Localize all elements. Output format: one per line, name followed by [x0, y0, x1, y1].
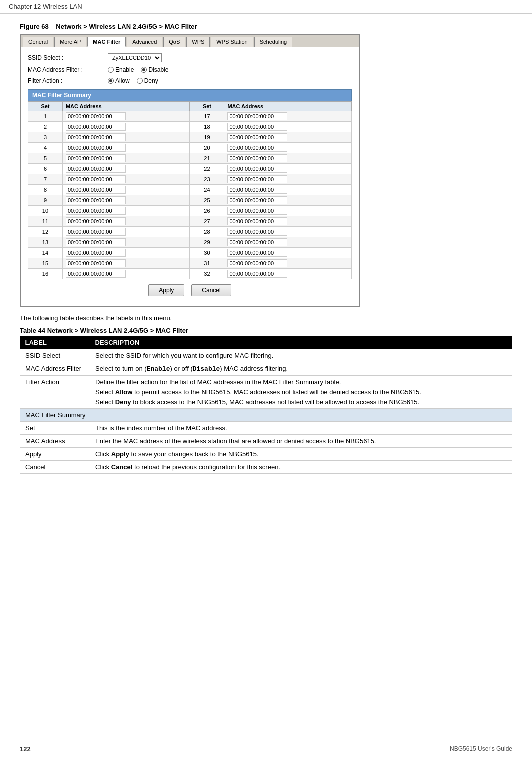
mac-input-left[interactable]	[66, 249, 126, 257]
mac-right[interactable]	[224, 143, 352, 154]
mac-input-right[interactable]	[227, 238, 287, 246]
mac-input-left[interactable]	[66, 134, 126, 142]
filter-allow-radio[interactable]	[108, 78, 114, 84]
mac-input-right[interactable]	[227, 207, 287, 215]
mac-table-row: 9 25	[28, 196, 352, 206]
tab-wps[interactable]: WPS	[186, 37, 210, 47]
apply-button[interactable]: Apply	[148, 284, 184, 296]
tab-wps-station[interactable]: WPS Station	[211, 37, 253, 47]
mac-right[interactable]	[224, 227, 352, 238]
mac-left[interactable]	[62, 154, 190, 164]
filter-allow-item[interactable]: Allow	[108, 78, 130, 84]
mac-left[interactable]	[62, 269, 190, 280]
mac-input-left[interactable]	[66, 186, 126, 194]
mac-right[interactable]	[224, 248, 352, 258]
mac-right[interactable]	[224, 185, 352, 196]
mac-input-right[interactable]	[227, 112, 287, 120]
mac-filter-enable-item[interactable]: Enable	[108, 66, 134, 74]
ui-screenshot-box: General More AP MAC Filter Advanced QoS …	[20, 34, 360, 308]
mac-right[interactable]	[224, 216, 352, 227]
mac-right[interactable]	[224, 154, 352, 164]
mac-input-left[interactable]	[66, 238, 126, 246]
mac-input-left[interactable]	[66, 176, 126, 184]
mac-left[interactable]	[62, 185, 190, 196]
mac-left[interactable]	[62, 143, 190, 154]
mac-input-left[interactable]	[66, 154, 126, 162]
mac-input-right[interactable]	[227, 176, 287, 184]
page-number: 122	[20, 746, 31, 753]
mac-input-right[interactable]	[227, 154, 287, 162]
mac-right[interactable]	[224, 269, 352, 280]
mac-input-left[interactable]	[66, 123, 126, 131]
mac-left[interactable]	[62, 122, 190, 132]
mac-left[interactable]	[62, 206, 190, 216]
mac-input-right[interactable]	[227, 260, 287, 268]
mac-input-left[interactable]	[66, 112, 126, 120]
mac-filter-disable-item[interactable]: Disable	[141, 66, 168, 74]
mac-input-right[interactable]	[227, 144, 287, 152]
mac-input-left[interactable]	[66, 207, 126, 215]
cancel-button[interactable]: Cancel	[191, 284, 231, 296]
tab-qos[interactable]: QoS	[163, 37, 185, 47]
mac-left[interactable]	[62, 196, 190, 206]
tab-mac-filter[interactable]: MAC Filter	[87, 37, 126, 47]
mac-left[interactable]	[62, 258, 190, 269]
mac-input-right[interactable]	[227, 218, 287, 226]
tab-scheduling[interactable]: Scheduling	[254, 37, 292, 47]
figure-separator	[50, 23, 54, 30]
mac-input-left[interactable]	[66, 228, 126, 236]
mac-input-right[interactable]	[227, 249, 287, 257]
mac-input-right[interactable]	[227, 270, 287, 278]
mac-left[interactable]	[62, 248, 190, 258]
mac-input-right[interactable]	[227, 196, 287, 204]
set-left: 15	[28, 258, 63, 269]
figure-desc: Network > Wireless LAN 2.4G/5G > MAC Fil…	[56, 23, 197, 30]
mac-right[interactable]	[224, 238, 352, 248]
set-right: 27	[190, 216, 224, 227]
tab-more-ap[interactable]: More AP	[54, 37, 86, 47]
mac-left[interactable]	[62, 174, 190, 185]
mac-input-right[interactable]	[227, 165, 287, 173]
tab-general[interactable]: General	[23, 37, 53, 47]
mac-input-left[interactable]	[66, 218, 126, 226]
mac-input-right[interactable]	[227, 123, 287, 131]
mac-input-left[interactable]	[66, 270, 126, 278]
mac-right[interactable]	[224, 258, 352, 269]
mac-left[interactable]	[62, 164, 190, 174]
mac-left[interactable]	[62, 238, 190, 248]
filter-deny-radio[interactable]	[137, 78, 143, 84]
mac-right[interactable]	[224, 206, 352, 216]
mac-table-row: 4 20	[28, 143, 352, 154]
mac-input-left[interactable]	[66, 165, 126, 173]
mac-table-row: 15 31	[28, 258, 352, 269]
mac-right[interactable]	[224, 112, 352, 122]
tab-advanced[interactable]: Advanced	[127, 37, 162, 47]
mac-left[interactable]	[62, 227, 190, 238]
set-right: 26	[190, 206, 224, 216]
mac-filter-disable-radio[interactable]	[141, 67, 147, 73]
set-left: 7	[28, 174, 63, 185]
filter-action-radio-group: Allow Deny	[108, 78, 158, 84]
mac-filter-enable-radio[interactable]	[108, 67, 114, 73]
mac-right[interactable]	[224, 174, 352, 185]
mac-left[interactable]	[62, 216, 190, 227]
mac-input-left[interactable]	[66, 196, 126, 204]
set-right: 30	[190, 248, 224, 258]
set-right: 28	[190, 227, 224, 238]
mac-right[interactable]	[224, 196, 352, 206]
filter-deny-item[interactable]: Deny	[137, 78, 158, 84]
mac-input-right[interactable]	[227, 186, 287, 194]
mac-right[interactable]	[224, 164, 352, 174]
mac-input-left[interactable]	[66, 260, 126, 268]
mac-input-left[interactable]	[66, 144, 126, 152]
mac-table-row: 7 23	[28, 174, 352, 185]
mac-left[interactable]	[62, 112, 190, 122]
mac-input-right[interactable]	[227, 228, 287, 236]
figure-label: Figure 68	[20, 23, 49, 30]
mac-right[interactable]	[224, 122, 352, 132]
row-label: Set	[20, 422, 90, 435]
ssid-select[interactable]: ZyXELCCDD10	[108, 54, 162, 62]
mac-left[interactable]	[62, 132, 190, 143]
mac-input-right[interactable]	[227, 134, 287, 142]
mac-right[interactable]	[224, 132, 352, 143]
